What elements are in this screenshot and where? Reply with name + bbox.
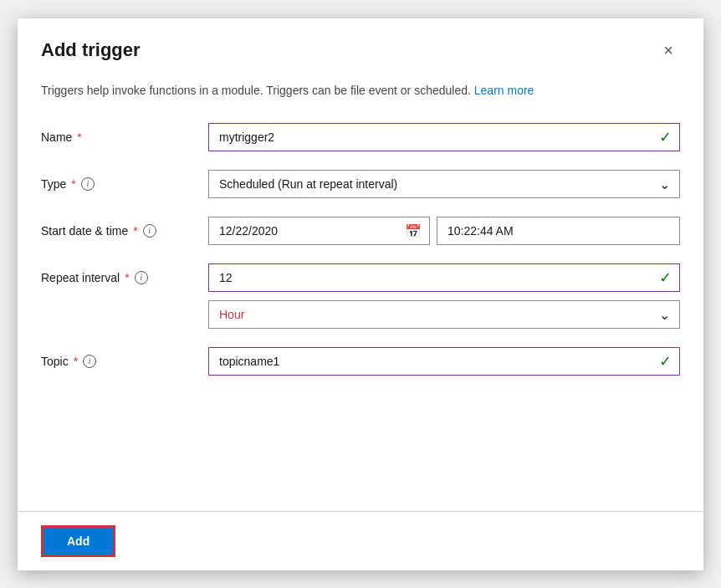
date-input[interactable] [208,217,430,245]
name-control: ✓ [208,123,680,151]
learn-more-link[interactable]: Learn more [474,84,534,97]
dialog-header: Add trigger × [18,18,703,75]
name-label: Name * [41,123,208,144]
repeat-interval-control: ✓ Hour Day Week Month ⌄ [208,263,680,329]
topic-control: ✓ [208,347,680,376]
repeat-interval-label: Repeat interval * i [41,263,208,284]
repeat-interval-row: Repeat interval * i ✓ Hour Day Week Mont… [41,263,680,329]
start-datetime-label-text: Start date & time [41,224,128,238]
close-button[interactable]: × [657,38,680,62]
repeat-interval-label-text: Repeat interval [41,271,120,284]
topic-info-icon[interactable]: i [83,355,96,368]
name-required: * [77,130,81,144]
datetime-control: 📅 [208,217,680,245]
time-input[interactable] [437,217,680,245]
type-info-icon[interactable]: i [81,177,95,191]
date-time-inputs: 📅 [208,217,680,245]
start-datetime-info-icon[interactable]: i [143,224,156,238]
dialog-title: Add trigger [41,39,141,61]
type-select[interactable]: Scheduled (Run at repeat interval) File … [208,170,680,198]
type-select-wrapper: Scheduled (Run at repeat interval) File … [208,170,680,198]
dialog-body: Triggers help invoke functions in a modu… [18,75,703,511]
topic-input-wrapper: ✓ [208,347,680,376]
date-wrapper: 📅 [208,217,430,245]
topic-required: * [74,355,78,368]
topic-row: Topic * i ✓ [41,347,680,376]
topic-label: Topic * i [41,347,208,368]
hour-unit-select[interactable]: Hour Day Week Month [208,300,680,329]
name-label-text: Name [41,130,72,144]
topic-label-text: Topic [41,355,69,368]
add-button[interactable]: Add [41,525,115,557]
name-check-icon: ✓ [659,128,672,146]
topic-check-icon: ✓ [659,352,672,371]
topic-input[interactable] [208,347,680,376]
description-main: Triggers help invoke functions in a modu… [41,84,471,97]
repeat-input-wrapper: ✓ [208,263,680,292]
description-text: Triggers help invoke functions in a modu… [41,82,680,100]
type-control: Scheduled (Run at repeat interval) File … [208,170,680,198]
hour-select-wrapper: Hour Day Week Month ⌄ [208,300,680,329]
start-datetime-label: Start date & time * i [41,217,208,238]
name-input-wrapper: ✓ [208,123,680,151]
type-label: Type * i [41,170,208,191]
repeat-interval-info-icon[interactable]: i [135,271,148,284]
name-row: Name * ✓ [41,123,680,151]
type-row: Type * i Scheduled (Run at repeat interv… [41,170,680,198]
type-label-text: Type [41,177,66,191]
dialog-footer: Add [18,511,703,570]
dialog-container: Add trigger × Triggers help invoke funct… [18,18,703,570]
name-input[interactable] [208,123,680,151]
repeat-interval-input[interactable] [208,263,680,292]
repeat-interval-required: * [125,271,129,284]
repeat-check-icon: ✓ [659,268,672,287]
start-datetime-required: * [133,224,137,238]
calendar-icon[interactable]: 📅 [405,222,422,238]
type-required: * [71,177,75,191]
start-datetime-row: Start date & time * i 📅 [41,217,680,245]
